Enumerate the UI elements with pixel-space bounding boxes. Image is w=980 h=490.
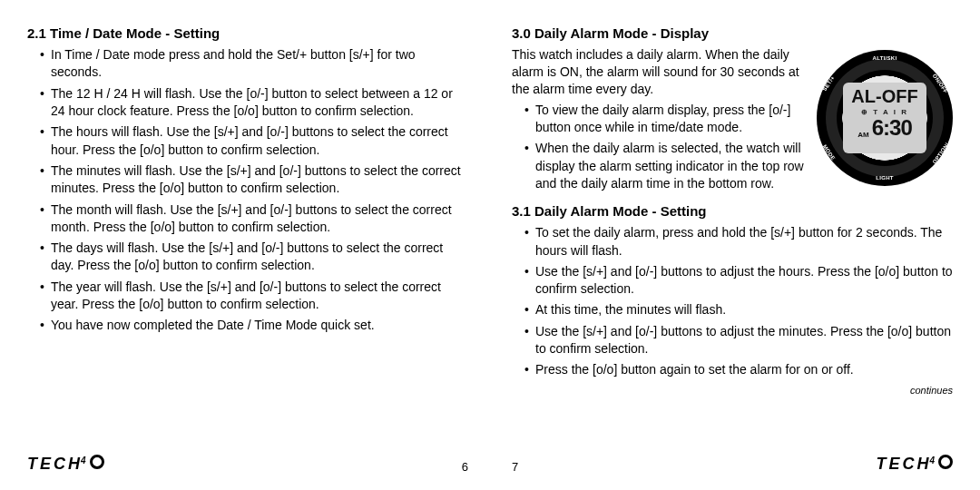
list-item: To view the daily alarm display, press t… bbox=[524, 102, 808, 137]
list-item: The minutes will flash. Use the [s/+] an… bbox=[40, 162, 468, 198]
list-item: To set the daily alarm, press and hold t… bbox=[524, 224, 953, 260]
heading-3-1: 3.1 Daily Alarm Mode - Setting bbox=[512, 203, 953, 219]
list-item: The 12 H / 24 H will flash. Use the [o/-… bbox=[40, 85, 468, 121]
page-number-left: 6 bbox=[462, 460, 468, 474]
page-right: 3.0 Daily Alarm Mode - Display This watc… bbox=[490, 0, 980, 490]
bullet-list-right-1: To view the daily alarm display, press t… bbox=[512, 102, 808, 193]
footer-left: TECH4 6 bbox=[27, 448, 468, 474]
page-spread: 2.1 Time / Date Mode - Setting In Time /… bbox=[0, 0, 980, 490]
brand-sup: 4 bbox=[929, 456, 935, 466]
list-item: When the daily alarm is selected, the wa… bbox=[524, 140, 808, 192]
brand-text: TECH bbox=[876, 455, 931, 474]
page-number-right: 7 bbox=[512, 460, 518, 474]
list-item: The hours will flash. Use the [s/+] and … bbox=[40, 123, 468, 159]
brand-o-icon bbox=[90, 455, 104, 469]
list-item: Press the [o/o] button again to set the … bbox=[524, 361, 953, 378]
bullet-list-right-2: To set the daily alarm, press and hold t… bbox=[512, 224, 953, 383]
right-top-block: This watch includes a daily alarm. When … bbox=[512, 46, 953, 196]
list-item: At this time, the minutes will flash. bbox=[524, 301, 953, 318]
bullet-list-left: In Time / Date mode press and hold the S… bbox=[27, 46, 468, 338]
brand-text: TECH bbox=[27, 455, 83, 474]
intro-text: This watch includes a daily alarm. When … bbox=[512, 46, 808, 98]
watch-illustration: AL-OFF ⊕ T A I R AM 6:30 ALTI/SKI LIGHT … bbox=[817, 50, 953, 186]
list-item: Use the [s/+] and [o/-] buttons to adjus… bbox=[524, 263, 953, 299]
watch-row3: AM 6:30 bbox=[846, 117, 924, 139]
list-item: You have now completed the Date / Time M… bbox=[40, 317, 468, 334]
watch-screen: AL-OFF ⊕ T A I R AM 6:30 bbox=[843, 83, 926, 153]
heading-2-1: 2.1 Time / Date Mode - Setting bbox=[27, 25, 468, 41]
watch-ampm: AM bbox=[858, 131, 868, 139]
continues-label: continues bbox=[512, 385, 953, 396]
list-item: The year will flash. Use the [s/+] and [… bbox=[40, 279, 468, 314]
page-left: 2.1 Time / Date Mode - Setting In Time /… bbox=[0, 0, 490, 490]
brand-logo: TECH4 bbox=[876, 455, 953, 474]
list-item: In Time / Date mode press and hold the S… bbox=[40, 46, 468, 82]
watch-row1: AL-OFF bbox=[846, 86, 924, 107]
footer-right: 7 TECH4 bbox=[512, 448, 953, 474]
right-text-block: This watch includes a daily alarm. When … bbox=[512, 46, 808, 196]
bezel-label-bottom: LIGHT bbox=[876, 175, 894, 181]
brand-sup: 4 bbox=[81, 456, 86, 466]
list-item: The days will flash. Use the [s/+] and [… bbox=[40, 240, 468, 275]
list-item: The month will flash. Use the [s/+] and … bbox=[40, 201, 468, 237]
brand-o-icon bbox=[938, 455, 953, 469]
watch-time: 6:30 bbox=[872, 117, 912, 139]
brand-logo: TECH4 bbox=[27, 455, 104, 474]
bezel-label-top: ALTI/SKI bbox=[873, 55, 897, 61]
list-item: Use the [s/+] and [o/-] buttons to adjus… bbox=[524, 323, 953, 358]
heading-3-0: 3.0 Daily Alarm Mode - Display bbox=[512, 25, 953, 41]
